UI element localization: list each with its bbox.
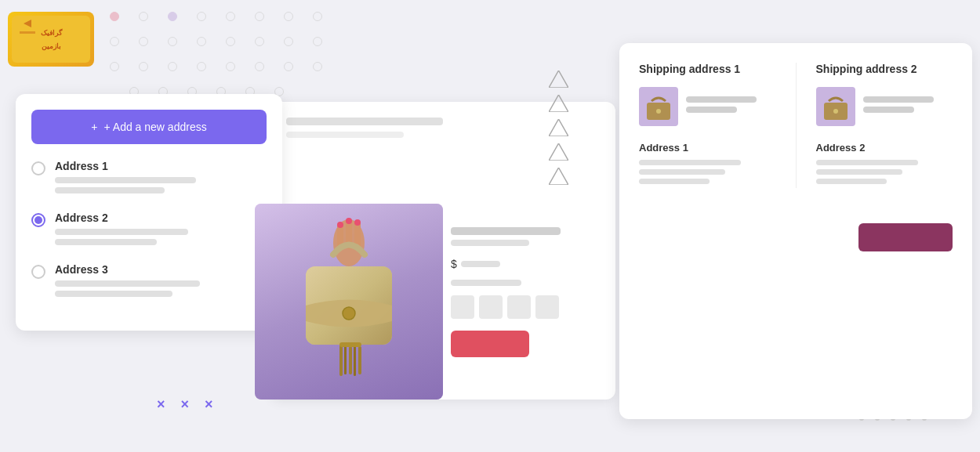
sa-line-2b [816,169,902,175]
sa-line-1a [639,160,741,165]
triangle-4 [549,143,568,161]
add-address-label: + Add a new address [104,121,207,133]
shipping-thumb-image-2 [816,87,855,126]
sa-line-2a [816,160,918,165]
sp-line-1b [686,107,737,113]
address-lines-3: Address 3 [55,263,267,301]
address-label-3: Address 3 [55,263,267,276]
address-line-2b [55,239,157,245]
x-mark-2: × [181,396,190,413]
shipping-address-label-2: Address 2 [816,142,953,154]
x-mark-1: × [157,396,165,413]
address-card: + + Add a new address Address 1 Address … [16,94,282,331]
add-to-cart-button[interactable] [451,331,529,357]
svg-rect-4 [20,31,35,34]
svg-rect-14 [337,222,343,228]
middle-bar-2 [286,132,404,138]
svg-point-19 [343,307,355,320]
sp-line-2a [863,96,934,103]
sp-line-1a [686,96,757,103]
address-radio-1[interactable] [31,161,45,175]
shipping-title-2: Shipping address 2 [816,63,953,75]
logo: گرافیک بازمین [4,8,98,71]
shipping-product-row-2 [816,87,953,126]
svg-text:بازمین: بازمین [42,42,61,51]
triangle-1 [549,71,568,88]
sa-line-1c [639,179,710,184]
shipping-columns: Shipping address 1 Address 1 [639,63,953,188]
svg-rect-21 [344,345,347,374]
price-row: $ [451,258,608,270]
shipping-thumb-2 [816,87,855,126]
add-address-button[interactable]: + + Add a new address [31,110,267,144]
sa-line-1b [639,169,725,175]
shipping-thumb-1 [639,87,678,126]
address-radio-3[interactable] [31,265,45,279]
middle-bar-1 [286,118,443,125]
svg-marker-5 [549,71,568,88]
svg-rect-20 [339,345,343,376]
product-subtitle-bar [451,240,529,246]
checkout-button[interactable] [858,223,953,251]
shipping-col-1: Shipping address 1 Address 1 [639,63,776,188]
svg-marker-9 [549,168,568,185]
svg-rect-25 [339,342,361,347]
address-line-1a [55,177,196,183]
svg-rect-0 [12,16,90,63]
svg-rect-16 [354,219,361,226]
shipping-panel: Shipping address 1 Address 1 [619,43,972,419]
qty-box-1[interactable] [451,295,474,319]
product-details: $ [451,227,608,357]
product-desc-bar [451,280,521,286]
svg-rect-24 [358,346,361,374]
address-line-3b [55,291,172,297]
price-bar [461,261,500,267]
svg-marker-6 [549,95,568,112]
sp-line-2b [863,107,914,113]
triangle-3 [549,119,568,136]
product-title-bar [451,227,561,235]
quantity-row [451,295,608,319]
product-image [255,204,443,400]
qty-box-2[interactable] [479,295,503,319]
price-symbol: $ [451,258,457,270]
svg-marker-7 [549,119,568,136]
qty-box-4[interactable] [535,295,559,319]
qty-box-3[interactable] [507,295,531,319]
svg-rect-22 [349,346,352,374]
shipping-product-lines-1 [686,96,776,117]
shipping-product-row-1 [639,87,776,126]
triangle-5 [549,168,568,185]
address-line-2a [55,229,188,235]
address-label-2: Address 2 [55,212,267,224]
address-item-2: Address 2 [31,212,267,249]
shipping-col-2: Shipping address 2 Address 2 [816,63,953,188]
svg-rect-15 [346,218,352,224]
svg-rect-23 [354,345,356,376]
address-label-1: Address 1 [55,160,267,172]
checkout-row [639,208,953,251]
address-line-1b [55,187,165,193]
address-item-3: Address 3 [31,263,267,301]
address-lines-2: Address 2 [55,212,267,249]
shipping-divider [796,63,797,188]
address-line-3a [55,280,200,287]
shipping-title-1: Shipping address 1 [639,63,776,75]
shipping-thumb-image-1 [639,87,678,126]
logo-image: گرافیک بازمین [8,12,94,67]
svg-point-31 [833,109,838,114]
triangle-2 [549,95,568,112]
shipping-address-label-1: Address 1 [639,142,776,154]
plus-icon: + [91,121,97,133]
handbag-illustration [278,212,419,392]
address-item-1: Address 1 [31,160,267,197]
svg-point-28 [656,109,661,114]
address-lines-1: Address 1 [55,160,267,197]
x-marks: × × × [157,396,213,413]
svg-marker-8 [549,143,568,161]
x-mark-3: × [205,396,213,413]
product-image-wrapper [255,204,443,400]
triangle-decorations [549,71,568,188]
sa-line-2c [816,179,887,184]
address-radio-2[interactable] [31,213,45,227]
